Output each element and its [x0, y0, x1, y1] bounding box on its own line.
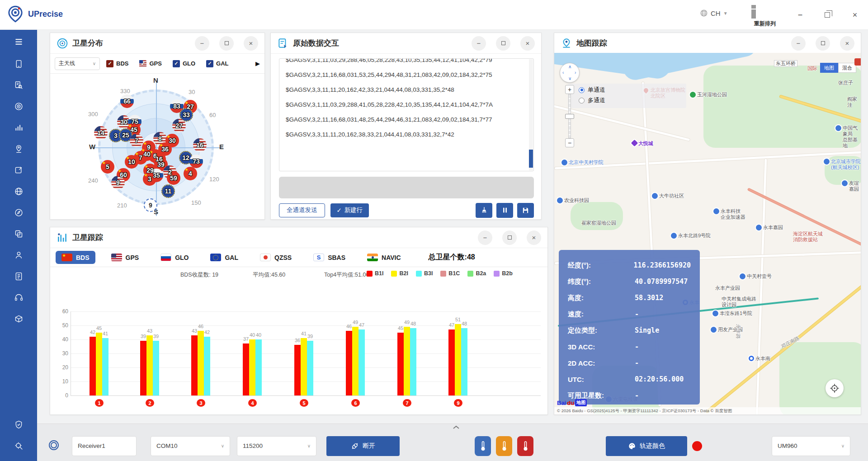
antenna-select[interactable]: 主天线 ∨ [55, 57, 100, 70]
map-pan-control[interactable]: ∧ ∨ ‹ › [560, 63, 580, 83]
tab-gal[interactable]: GAL [204, 251, 244, 264]
maximize-icon [501, 41, 505, 45]
pan-left-icon[interactable]: ‹ [562, 70, 564, 75]
sidebar-item-raw-data[interactable] [0, 75, 37, 96]
checkbox-gps[interactable]: ✓ [139, 60, 146, 67]
zoom-handle[interactable] [565, 114, 574, 119]
satellite-prn: 73 [193, 158, 200, 165]
tab-navic[interactable]: NAVIC [361, 251, 407, 264]
sidebar-item-layout[interactable] [0, 223, 37, 245]
maximize-button[interactable] [496, 36, 510, 51]
sidebar-item-device-box[interactable] [0, 308, 37, 329]
receiver-name-input[interactable]: Receiver1 [72, 436, 137, 456]
scrollbar-thumb[interactable] [529, 150, 533, 168]
command-input[interactable] [279, 177, 534, 198]
window-restore-button[interactable] [821, 8, 834, 22]
category-satellite-4: 4 [248, 399, 257, 407]
map-type-map-button[interactable]: 地图 [820, 63, 838, 73]
sidebar [0, 30, 37, 461]
window-minimize-button[interactable]: − [793, 8, 807, 22]
metro-marker-icon [749, 356, 754, 361]
sidebar-item-settings-search[interactable] [0, 435, 37, 456]
radio-multi-channel[interactable]: 多通道 [579, 96, 686, 104]
sidebar-item-signal[interactable] [0, 117, 37, 138]
check-icon: ✓ [174, 61, 178, 66]
maximize-button[interactable] [502, 230, 517, 245]
radio-single-channel[interactable]: 单通道 [579, 86, 686, 94]
locate-button[interactable] [826, 379, 844, 397]
close-button[interactable]: × [244, 36, 258, 51]
checkbox-gal[interactable]: ✓ [206, 60, 213, 67]
bds-flag-icon [61, 254, 72, 261]
pause-button[interactable] [496, 203, 513, 218]
system-toggle-gps[interactable]: ✓GPS [139, 60, 161, 67]
panel-raw-data: 原始数据交互 − × $GAGSV,3,1,11,03,29,288,46,05… [270, 33, 542, 220]
system-toggle-gal[interactable]: ✓GAL [206, 60, 228, 67]
send-all-channels-button[interactable]: 全通道发送 [279, 203, 325, 217]
receiver-model-select[interactable]: UM960∨ [772, 436, 850, 456]
new-line-button[interactable]: ✓新建行 [330, 203, 369, 217]
sidebar-item-map-track[interactable] [0, 138, 37, 160]
track-color-swatch[interactable] [692, 441, 702, 451]
close-button[interactable]: × [520, 36, 535, 51]
sidebar-item-user-service[interactable] [0, 245, 37, 266]
maximize-button[interactable] [219, 36, 234, 51]
close-button[interactable]: × [527, 230, 541, 245]
zoom-out-button[interactable]: − [565, 138, 574, 147]
sidebar-item-sky-view[interactable] [0, 96, 37, 117]
com-port-select[interactable]: COM10∨ [151, 436, 230, 456]
pan-up-icon[interactable]: ∧ [568, 64, 571, 69]
tab-bds[interactable]: BDS [56, 251, 95, 264]
sidebar-item-security[interactable] [0, 414, 37, 435]
sidebar-item-headset[interactable] [0, 287, 37, 308]
panel-raw-header[interactable]: 原始数据交互 − × [271, 33, 541, 54]
sidebar-item-menu[interactable] [0, 30, 37, 53]
tab-qzss[interactable]: QZSS [254, 251, 297, 264]
maximize-button[interactable] [816, 36, 830, 51]
system-toggle-glo[interactable]: ✓GLO [173, 60, 195, 67]
clear-button[interactable] [476, 203, 492, 218]
map-canvas[interactable]: 东五环桥国际张庄子阎家洼玉河湿地公园北京故宫博物院 北院区大悦城中国气象局 总部… [554, 53, 861, 414]
save-button[interactable] [517, 203, 534, 218]
baud-rate-select[interactable]: 115200∨ [237, 436, 316, 456]
collapse-bar-button[interactable] [449, 423, 463, 431]
tab-gps[interactable]: GPS [105, 251, 145, 264]
rearrange-button[interactable]: 重新排列 [751, 4, 778, 28]
temperature-button-orange[interactable] [496, 436, 512, 456]
tab-glo[interactable]: GLO [155, 251, 194, 264]
pan-right-icon[interactable]: › [575, 70, 576, 75]
tab-sbas[interactable]: SSBAS [307, 251, 351, 264]
bar-b1i-sat7 [397, 333, 404, 396]
checkbox-bds[interactable]: ✓ [106, 60, 113, 67]
panel-sky-header[interactable]: 卫星分布 − × [50, 33, 264, 54]
sidebar-item-report[interactable] [0, 266, 37, 287]
map-type-hybrid-button[interactable]: 混合 [838, 63, 856, 73]
temperature-button-blue[interactable] [475, 436, 491, 456]
map-label: 丰滢东路1号院 [712, 310, 752, 316]
nmea-log[interactable]: $GAGSV,3,1,11,03,29,288,46,05,28,228,43,… [279, 58, 534, 171]
scrollbar-track[interactable] [529, 59, 533, 170]
temperature-button-red[interactable] [517, 436, 533, 456]
sidebar-item-network[interactable] [0, 181, 37, 202]
map-label: 崔家窑湿地公园 [581, 220, 616, 226]
close-button[interactable]: × [840, 36, 854, 51]
window-close-button[interactable]: × [848, 8, 862, 22]
minimize-button[interactable]: − [791, 36, 806, 51]
minimize-button[interactable]: − [478, 230, 492, 245]
panel-map-header[interactable]: 地图跟踪 − × [554, 33, 861, 54]
pan-down-icon[interactable]: ∨ [568, 76, 571, 81]
system-toggle-bds[interactable]: ✓BDS [106, 60, 128, 67]
track-color-button[interactable]: 轨迹颜色 [606, 436, 687, 456]
zoom-in-button[interactable]: + [565, 85, 574, 94]
bar-value: 39 [149, 334, 163, 339]
minimize-button[interactable]: − [472, 36, 486, 51]
sidebar-item-compose[interactable] [0, 160, 37, 181]
disconnect-button[interactable]: 断开 [326, 436, 400, 456]
minimize-button[interactable]: − [195, 36, 209, 51]
toolbar-next-arrow[interactable]: ▶ [255, 60, 260, 67]
sidebar-item-device[interactable] [0, 53, 37, 75]
checkbox-glo[interactable]: ✓ [173, 60, 180, 67]
panel-track-header[interactable]: 卫星跟踪 − × [50, 227, 547, 248]
language-selector[interactable]: CH ▼ [700, 9, 728, 17]
sidebar-item-compass[interactable] [0, 202, 37, 223]
